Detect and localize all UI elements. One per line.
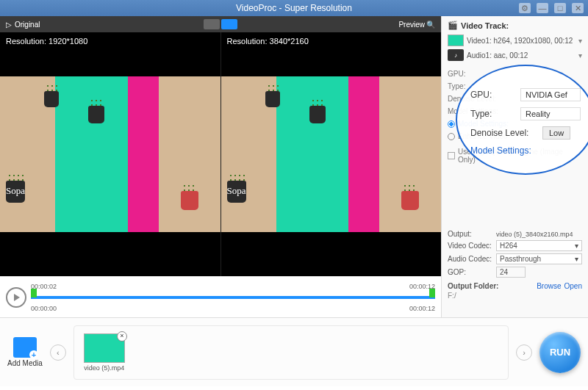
timeline: 00:00:0200:00:12 00:00:0000:00:12 [0,276,441,317]
clip-filename: video (5).mp4 [84,364,124,372]
video-compare: Resolution: 1920*1080 Sopa Resolution: 3… [0,32,441,276]
original-resolution: Resolution: 1920*1080 [6,37,87,46]
tab-preview[interactable]: Preview 🔍 [392,21,441,29]
split-view-toggle[interactable] [204,19,237,29]
watermark-text: Sopa [6,185,25,197]
video-codec-select[interactable]: H264▾ [496,240,582,251]
clip-item[interactable]: video (5).mp4 [82,333,127,372]
titlebar: VideoProc - Super Resolution ⚙ — □ ✕ [0,0,588,16]
bottom-bar: Add Media ‹ video (5).mp4 › RUN [0,317,588,386]
app-title: VideoProc - Super Resolution [236,3,352,13]
trim-flag-end[interactable] [429,289,435,297]
maximize-icon[interactable]: □ [554,3,566,13]
preview-area: ▷ Original Preview 🔍 Resolution: 1920*10… [0,16,441,317]
gpu-value[interactable]: NVIDIA Gef [520,88,581,101]
preview-tabs: ▷ Original Preview 🔍 [0,16,441,32]
output-section: Output:video (5)_3840x2160.mp4 Video Cod… [448,230,582,300]
original-panel: Resolution: 1920*1080 Sopa [0,32,221,276]
clip-next-button[interactable]: › [516,344,532,361]
play-button[interactable] [6,287,26,308]
trim-flag-start[interactable] [31,289,37,297]
close-icon[interactable]: ✕ [572,3,584,13]
output-filename: video (5)_3840x2160.mp4 [496,231,573,238]
chevron-down-icon[interactable]: ▾ [578,51,582,59]
browse-link[interactable]: Browse [537,282,561,290]
chevron-down-icon[interactable]: ▾ [578,37,582,45]
time-end: 00:00:12 [409,305,435,312]
audio-codec-select[interactable]: Passthrough▾ [496,253,582,264]
music-note-icon: ♪ [448,49,464,61]
watermark-text: Sopa [227,185,246,197]
denoise-level-button[interactable]: Low [542,126,570,140]
video-track-header: 🎬 Video Track: [448,21,582,30]
side-panel: 🎬 Video Track: Video1: h264, 1920x1080, … [441,16,588,317]
gear-icon[interactable]: ⚙ [519,3,531,13]
video-thumb-icon [448,35,464,46]
output-folder-path: F:/ [448,292,582,300]
upscaled-resolution: Resolution: 3840*2160 [227,37,309,46]
minimize-icon[interactable]: — [537,3,548,13]
settings-callout: GPU:NVIDIA Gef Type:Reality Denoise Leve… [456,65,588,175]
open-link[interactable]: Open [564,282,582,290]
add-media-button[interactable]: Add Media [7,337,43,367]
add-media-icon [13,337,37,358]
gop-input[interactable]: 24 [496,267,526,278]
upscaled-panel: Resolution: 3840*2160 Sopa [221,32,442,276]
clip-prev-button[interactable]: ‹ [50,344,66,361]
tab-original[interactable]: ▷ Original [0,21,46,29]
clip-strip: video (5).mp4 [74,325,509,380]
timeline-track[interactable] [31,296,435,299]
clip-thumbnail [84,333,125,363]
time-start: 00:00:00 [31,305,57,312]
run-button[interactable]: RUN [539,332,581,373]
type-value[interactable]: Reality [520,107,581,120]
video-track-row[interactable]: Video1: h264, 1920x1080, 00:12 ▾ [448,33,582,48]
audio-track-row[interactable]: ♪ Audio1: aac, 00:12 ▾ [448,48,582,62]
